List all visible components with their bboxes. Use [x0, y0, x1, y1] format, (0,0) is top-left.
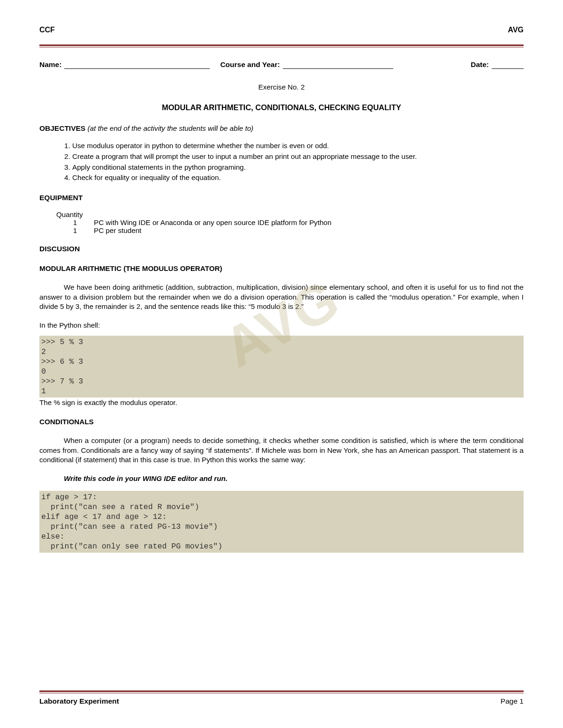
- footer-rule: [39, 690, 524, 693]
- course-label: Course and Year:: [220, 60, 280, 69]
- objectives-note: (at the end of the activity the students…: [87, 124, 253, 132]
- quantity-label: Quantity: [56, 210, 524, 218]
- instruction-text: Write this code in your WING IDE editor …: [64, 474, 524, 482]
- form-line: Name: Course and Year: Date:: [39, 60, 524, 69]
- equip-desc: PC per student: [94, 226, 141, 234]
- discussion-heading: DISCUSION: [39, 245, 524, 253]
- shell-label: In the Python shell:: [39, 321, 524, 329]
- equip-desc: PC with Wing IDE or Anaconda or any open…: [94, 218, 332, 226]
- modulus-note: The % sign is exactly the modulus operat…: [39, 398, 524, 406]
- objectives-list: Use modulus operator in python to determ…: [72, 141, 524, 182]
- name-label: Name:: [39, 60, 61, 69]
- exercise-number: Exercise No. 2: [39, 83, 524, 91]
- header-right: AVG: [508, 26, 524, 34]
- equip-qty: 1: [56, 218, 94, 226]
- equip-qty: 1: [56, 226, 94, 234]
- list-item: Create a program that will prompt the us…: [72, 152, 524, 161]
- list-item: Use modulus operator in python to determ…: [72, 141, 524, 150]
- table-row: 1 PC with Wing IDE or Anaconda or any op…: [56, 218, 524, 226]
- modular-paragraph: We have been doing arithmetic (addition,…: [39, 283, 524, 312]
- conditionals-paragraph: When a computer (or a program) needs to …: [39, 436, 524, 465]
- modular-heading: MODULAR ARITHMETIC (THE MODULUS OPERATOR…: [39, 264, 524, 272]
- objectives-heading: OBJECTIVES (at the end of the activity t…: [39, 124, 524, 133]
- header-rule: [39, 45, 524, 47]
- conditionals-heading: CONDITIONALS: [39, 418, 524, 426]
- header-left: CCF: [39, 26, 55, 34]
- course-field[interactable]: [283, 61, 393, 69]
- equipment-block: Quantity 1 PC with Wing IDE or Anaconda …: [56, 210, 524, 234]
- list-item: Apply conditional statements in the pyth…: [72, 163, 524, 172]
- list-item: Check for equality or inequality of the …: [72, 173, 524, 182]
- footer-right: Page 1: [501, 697, 524, 705]
- header-bar: CCF AVG: [39, 26, 524, 34]
- table-row: 1 PC per student: [56, 226, 524, 234]
- objectives-label: OBJECTIVES: [39, 124, 85, 132]
- page-title: MODULAR ARITHMETIC, CONDITIONALS, CHECKI…: [39, 103, 524, 112]
- footer: Laboratory Experiment Page 1: [39, 690, 524, 705]
- name-field[interactable]: [64, 61, 210, 69]
- code-block-shell: >>> 5 % 3 2 >>> 6 % 3 0 >>> 7 % 3 1: [39, 336, 524, 398]
- equipment-heading: EQUIPMENT: [39, 194, 524, 202]
- date-field[interactable]: [492, 61, 524, 69]
- code-block-conditionals: if age > 17: print("can see a rated R mo…: [39, 491, 524, 553]
- date-label: Date:: [471, 60, 489, 69]
- footer-left: Laboratory Experiment: [39, 697, 119, 705]
